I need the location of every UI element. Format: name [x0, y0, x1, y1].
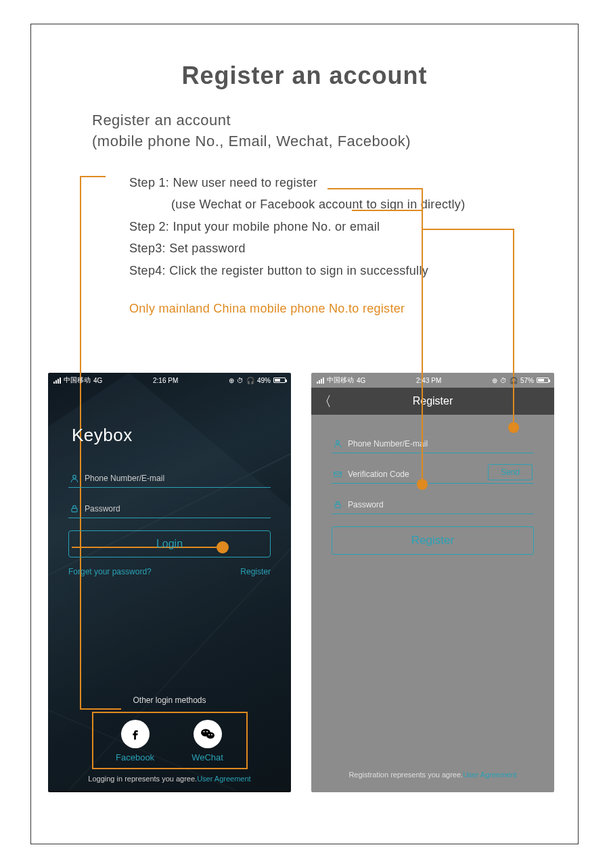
- login-button[interactable]: Login: [68, 530, 271, 557]
- facebook-login[interactable]: Facebook: [116, 720, 154, 762]
- register-agree-text: Registration represents you agree.User A…: [311, 770, 554, 780]
- reg-code-field[interactable]: Verification Code Send: [332, 465, 534, 484]
- user-agreement-link[interactable]: User Agreement: [197, 775, 250, 783]
- reg-password-field[interactable]: Password: [332, 496, 534, 514]
- step-2: Step 2: Input your mobile phone No. or e…: [129, 216, 554, 237]
- svg-point-10: [208, 734, 210, 735]
- battery-pct: 49%: [257, 377, 271, 384]
- page-title: Register an account: [55, 62, 554, 90]
- subtitle-line1: Register an account: [92, 110, 554, 131]
- register-screen: 中国移动 4G 2:43 PM ⊕ ⏱ 🎧 57% 〈 Register: [311, 373, 554, 792]
- subtitle: Register an account (mobile phone No., E…: [92, 110, 554, 152]
- password-field[interactable]: Password: [68, 500, 271, 518]
- message-icon: [333, 470, 342, 479]
- carrier-text: 中国移动: [327, 375, 354, 385]
- facebook-icon: [121, 720, 150, 748]
- signal-icon: [317, 378, 324, 384]
- svg-point-4: [73, 475, 76, 478]
- back-icon[interactable]: 〈: [318, 392, 332, 411]
- reg-password-placeholder: Password: [348, 500, 384, 509]
- svg-rect-14: [335, 505, 340, 508]
- clock-icon: ⏱: [237, 377, 244, 384]
- login-agree-text: Logging in represents you agree.User Agr…: [48, 775, 291, 783]
- other-login-title: Other login methods: [48, 695, 291, 705]
- svg-point-12: [336, 440, 340, 444]
- carrier-text: 中国移动: [64, 375, 91, 385]
- lock-icon: [70, 504, 79, 513]
- app-name: Keybox: [72, 425, 291, 446]
- wechat-login[interactable]: WeChat: [191, 720, 223, 762]
- wechat-icon: [194, 720, 222, 748]
- user-agreement-link[interactable]: User Agreement: [463, 771, 516, 779]
- svg-rect-5: [72, 509, 77, 512]
- password-placeholder: Password: [85, 504, 120, 513]
- note-text: Only mainland China mobile phone No.to r…: [129, 298, 554, 319]
- signal-icon: [53, 378, 61, 384]
- phone-email-placeholder: Phone Number/E-mail: [85, 474, 164, 483]
- reg-phone-email-placeholder: Phone Number/E-mail: [348, 439, 428, 449]
- headphones-icon: 🎧: [510, 377, 518, 384]
- facebook-label: Facebook: [116, 752, 154, 762]
- step-1b: (use Wechat or Facebook account to sign …: [129, 194, 554, 215]
- phone-email-field[interactable]: Phone Number/E-mail: [68, 470, 271, 488]
- lock-icon: [333, 500, 342, 509]
- alarm-icon: ⊕: [492, 377, 497, 384]
- reg-phone-email-field[interactable]: Phone Number/E-mail: [332, 435, 534, 453]
- svg-point-11: [211, 734, 212, 735]
- step-3: Step3: Set password: [129, 238, 554, 259]
- send-code-button[interactable]: Send: [488, 464, 533, 480]
- register-header: 〈 Register: [311, 388, 554, 415]
- network-text: 4G: [357, 377, 365, 384]
- user-icon: [333, 439, 342, 449]
- status-bar: 中国移动 4G 2:43 PM ⊕ ⏱ 🎧 57%: [311, 373, 554, 388]
- social-login-box: Facebook WeChat: [92, 712, 248, 769]
- network-text: 4G: [93, 377, 102, 384]
- step-4: Step4: Click the register button to sign…: [129, 260, 554, 281]
- status-time: 2:16 PM: [153, 377, 178, 384]
- reg-code-placeholder: Verification Code: [348, 470, 409, 479]
- wechat-label: WeChat: [191, 752, 223, 762]
- register-button[interactable]: Register: [332, 526, 534, 555]
- svg-point-8: [203, 731, 204, 733]
- battery-pct: 57%: [520, 377, 534, 384]
- status-bar: 中国移动 4G 2:16 PM ⊕ ⏱ 🎧 49%: [48, 373, 291, 388]
- register-link[interactable]: Register: [240, 567, 271, 576]
- clock-icon: ⏱: [500, 377, 507, 384]
- battery-icon: [273, 378, 286, 383]
- subtitle-line2: (mobile phone No., Email, Wechat, Facebo…: [92, 131, 554, 152]
- headphones-icon: 🎧: [246, 377, 254, 384]
- user-icon: [70, 474, 79, 483]
- svg-point-9: [206, 731, 208, 733]
- status-time: 2:43 PM: [416, 377, 441, 384]
- forget-password-link[interactable]: Forget your password?: [68, 567, 152, 576]
- step-1a: Step 1: New user need to register: [129, 173, 554, 193]
- register-header-title: Register: [413, 395, 453, 407]
- alarm-icon: ⊕: [229, 377, 234, 384]
- battery-icon: [537, 378, 549, 383]
- login-screen: 中国移动 4G 2:16 PM ⊕ ⏱ 🎧 49% Keybox: [48, 373, 291, 792]
- svg-point-7: [206, 732, 215, 739]
- steps-list: Step 1: New user need to register (use W…: [129, 173, 554, 319]
